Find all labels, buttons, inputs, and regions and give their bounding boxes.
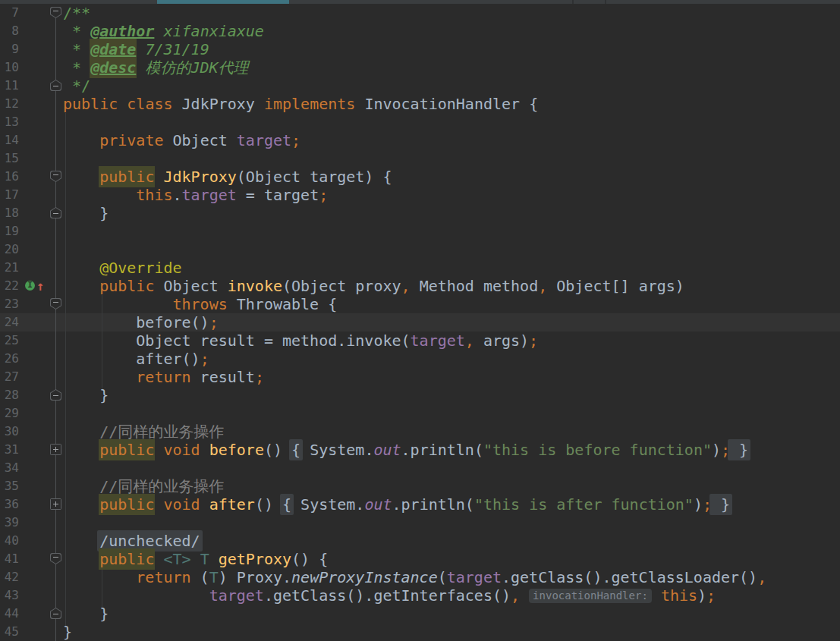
gutter[interactable]: 31 [0,441,63,459]
code-line[interactable]: 12public class JdkProxy implements Invoc… [0,95,840,113]
implements-method-icon[interactable] [25,281,35,291]
code-line[interactable]: 40 /unchecked/ [0,532,840,550]
code-line[interactable]: 8 * @author xifanxiaxue [0,22,840,40]
gutter[interactable]: 10 [0,58,63,77]
code-line[interactable]: 34 [0,459,840,477]
code-line[interactable]: 44 } [0,605,840,623]
code-line[interactable]: 43 target.getClass().getInterfaces(), in… [0,586,840,605]
gutter[interactable]: 19 [0,222,63,240]
code-token: <T> [163,550,190,568]
line-number: 28 [0,386,19,404]
code-line-caret[interactable]: 24 before(); [0,313,840,331]
line-number: 15 [0,149,19,168]
gutter[interactable]: 7 [0,4,63,22]
code-line[interactable]: 35 //同样的业务操作 [0,477,840,495]
gutter[interactable]: 14 [0,131,63,149]
code-line[interactable]: 27 return result; [0,368,840,386]
code-line[interactable]: 25 Object result = method.invoke(target,… [0,331,840,350]
gutter[interactable]: 27 [0,368,63,386]
fold-collapse-icon[interactable] [50,608,61,619]
code-line[interactable]: 7/** [0,4,840,22]
code-line[interactable]: 30 //同样的业务操作 [0,423,840,441]
code-token [154,495,163,514]
code-line[interactable]: 26 after(); [0,350,840,368]
gutter[interactable]: 21 [0,259,63,277]
code-line[interactable]: 29 [0,404,840,423]
code-token: () { [291,550,328,568]
gutter[interactable]: 26 [0,350,63,368]
code-line[interactable]: 19 [0,222,840,240]
gutter[interactable]: 35 [0,477,63,495]
fold-collapse-icon[interactable] [50,7,61,18]
gutter[interactable]: 9 [0,40,63,58]
gutter[interactable]: 30 [0,423,63,441]
code-line[interactable]: 36 public void after() { System.out.prin… [0,495,840,514]
code-line[interactable]: 10 * @desc 模仿的JDK代理 [0,58,840,77]
code-token [200,495,209,514]
gutter[interactable]: 45 [0,623,63,641]
code-line[interactable]: 39 [0,514,840,532]
code-line[interactable]: 9 * @date 7/31/19 [0,40,840,58]
gutter[interactable]: 28 [0,386,63,404]
code-line[interactable]: 15 [0,149,840,168]
fold-collapse-icon[interactable] [50,298,61,310]
code-line[interactable]: 13 [0,113,840,131]
code-token [118,95,127,113]
gutter[interactable]: 41 [0,550,63,568]
fold-collapse-icon[interactable] [50,389,61,401]
gutter[interactable]: 17 [0,186,63,204]
gutter[interactable]: 42 [0,568,63,586]
gutter[interactable]: 25 [0,331,63,350]
folded-region[interactable]: } [728,439,750,460]
fold-expand-icon[interactable] [50,498,61,510]
gutter[interactable]: 23 [0,295,63,313]
code-lines: 7/**8 * @author xifanxiaxue9 * @date 7/3… [0,4,840,641]
gutter[interactable]: 8 [0,22,63,40]
code-line[interactable]: 11 */ [0,77,840,95]
code-line[interactable]: 31 public void before() { System.out.pri… [0,441,840,459]
code-line[interactable]: 22↑ public Object invoke(Object proxy, M… [0,277,840,295]
gutter[interactable]: 16 [0,168,63,186]
gutter[interactable]: 29 [0,404,63,423]
code-line[interactable]: 14 private Object target; [0,131,840,149]
gutter[interactable]: 39 [0,514,63,532]
code-line[interactable]: 45} [0,623,840,641]
code-line[interactable]: 21 @Override [0,259,840,277]
fold-expand-icon[interactable] [50,444,61,455]
line-number: 13 [0,113,19,131]
gutter[interactable]: 43 [0,586,63,605]
gutter[interactable]: 15 [0,149,63,168]
code-line[interactable]: 41 public <T> T getProxy() { [0,550,840,568]
gutter[interactable]: 18 [0,204,63,222]
code-token: target [209,586,264,605]
fold-collapse-icon[interactable] [50,171,61,182]
gutter[interactable]: 13 [0,113,63,131]
gutter[interactable]: 36 [0,495,63,514]
gutter[interactable]: 22↑ [0,277,63,295]
gutter[interactable]: 40 [0,532,63,550]
navigate-up-arrow-icon[interactable]: ↑ [36,277,44,295]
gutter[interactable]: 12 [0,95,63,113]
code-line[interactable]: 16 public JdkProxy(Object target) { [0,168,840,186]
fold-collapse-icon[interactable] [50,207,61,218]
gutter[interactable]: 34 [0,459,63,477]
fold-collapse-icon[interactable] [50,80,61,91]
code-token [63,568,136,586]
gutter[interactable]: 44 [0,605,63,623]
code-token: , [465,331,474,350]
code-line[interactable]: 17 this.target = target; [0,186,840,204]
fold-collapse-icon[interactable] [50,553,61,564]
gutter[interactable]: 11 [0,77,63,95]
code-text [63,113,840,131]
parameter-name-hint[interactable]: invocationHandler: [529,589,652,603]
code-editor[interactable]: 7/**8 * @author xifanxiaxue9 * @date 7/3… [0,4,840,641]
code-line[interactable]: 23 throws Throwable { [0,295,840,313]
gutter[interactable]: 20 [0,240,63,259]
code-line[interactable]: 28 } [0,386,840,404]
code-line[interactable]: 20 [0,240,840,259]
folded-region[interactable]: } [709,494,732,515]
code-token: result [191,368,255,386]
gutter[interactable]: 24 [0,313,63,331]
code-line[interactable]: 42 return (T) Proxy.newProxyInstance(tar… [0,568,840,586]
code-line[interactable]: 18 } [0,204,840,222]
